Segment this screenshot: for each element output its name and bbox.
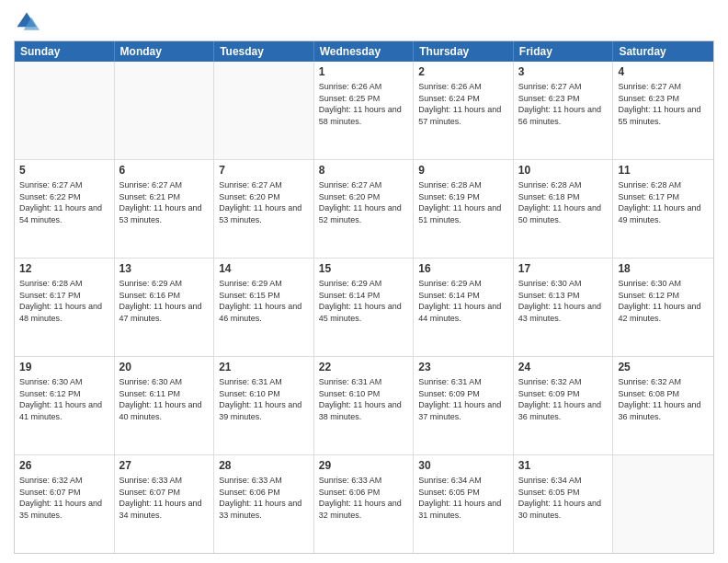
header-cell-monday: Monday bbox=[115, 41, 215, 62]
day-number: 15 bbox=[319, 261, 409, 276]
cell-info: Sunrise: 6:27 AMSunset: 6:21 PMDaylight:… bbox=[119, 179, 210, 225]
calendar-row: 26Sunrise: 6:32 AMSunset: 6:07 PMDayligh… bbox=[15, 455, 713, 553]
day-number: 3 bbox=[518, 64, 609, 79]
table-row: 7Sunrise: 6:27 AMSunset: 6:20 PMDaylight… bbox=[214, 160, 314, 258]
table-row: 13Sunrise: 6:29 AMSunset: 6:16 PMDayligh… bbox=[115, 259, 215, 356]
day-number: 23 bbox=[418, 360, 508, 374]
day-number: 19 bbox=[19, 360, 109, 374]
table-row: 14Sunrise: 6:29 AMSunset: 6:15 PMDayligh… bbox=[214, 259, 314, 356]
day-number: 21 bbox=[219, 360, 309, 374]
cell-info: Sunrise: 6:26 AMSunset: 6:24 PMDaylight:… bbox=[418, 81, 508, 127]
cell-info: Sunrise: 6:29 AMSunset: 6:15 PMDaylight:… bbox=[219, 278, 309, 324]
day-number: 10 bbox=[518, 163, 609, 178]
cell-info: Sunrise: 6:30 AMSunset: 6:12 PMDaylight:… bbox=[19, 376, 109, 422]
day-number: 6 bbox=[119, 163, 210, 178]
day-number: 30 bbox=[418, 458, 508, 473]
day-number: 18 bbox=[618, 261, 709, 276]
cell-info: Sunrise: 6:33 AMSunset: 6:07 PMDaylight:… bbox=[119, 475, 210, 521]
table-row: 4Sunrise: 6:27 AMSunset: 6:23 PMDaylight… bbox=[613, 62, 713, 159]
calendar-row: 19Sunrise: 6:30 AMSunset: 6:12 PMDayligh… bbox=[15, 357, 713, 455]
cell-info: Sunrise: 6:29 AMSunset: 6:16 PMDaylight:… bbox=[119, 278, 210, 324]
calendar-row: 12Sunrise: 6:28 AMSunset: 6:17 PMDayligh… bbox=[15, 259, 713, 357]
calendar-row: 5Sunrise: 6:27 AMSunset: 6:22 PMDaylight… bbox=[15, 160, 713, 259]
day-number: 16 bbox=[418, 261, 508, 276]
logo bbox=[14, 9, 43, 35]
day-number: 20 bbox=[119, 360, 210, 374]
table-row: 23Sunrise: 6:31 AMSunset: 6:09 PMDayligh… bbox=[414, 357, 514, 454]
table-row: 24Sunrise: 6:32 AMSunset: 6:09 PMDayligh… bbox=[514, 357, 614, 454]
table-row: 6Sunrise: 6:27 AMSunset: 6:21 PMDaylight… bbox=[115, 160, 215, 258]
table-row: 30Sunrise: 6:34 AMSunset: 6:05 PMDayligh… bbox=[414, 455, 514, 553]
table-row bbox=[613, 455, 713, 553]
day-number: 31 bbox=[518, 458, 609, 473]
day-number: 1 bbox=[319, 64, 409, 79]
table-row: 31Sunrise: 6:34 AMSunset: 6:05 PMDayligh… bbox=[514, 455, 614, 553]
cell-info: Sunrise: 6:26 AMSunset: 6:25 PMDaylight:… bbox=[319, 81, 409, 127]
table-row: 25Sunrise: 6:32 AMSunset: 6:08 PMDayligh… bbox=[613, 357, 713, 454]
cell-info: Sunrise: 6:30 AMSunset: 6:12 PMDaylight:… bbox=[618, 278, 709, 324]
header-cell-wednesday: Wednesday bbox=[314, 41, 415, 62]
header bbox=[14, 9, 714, 35]
table-row: 21Sunrise: 6:31 AMSunset: 6:10 PMDayligh… bbox=[214, 357, 314, 454]
header-cell-saturday: Saturday bbox=[613, 41, 713, 62]
table-row: 2Sunrise: 6:26 AMSunset: 6:24 PMDaylight… bbox=[414, 62, 514, 159]
cell-info: Sunrise: 6:33 AMSunset: 6:06 PMDaylight:… bbox=[219, 475, 309, 521]
day-number: 2 bbox=[418, 64, 508, 79]
cell-info: Sunrise: 6:27 AMSunset: 6:23 PMDaylight:… bbox=[518, 81, 609, 127]
cell-info: Sunrise: 6:32 AMSunset: 6:07 PMDaylight:… bbox=[19, 475, 109, 521]
table-row: 5Sunrise: 6:27 AMSunset: 6:22 PMDaylight… bbox=[15, 160, 115, 258]
table-row bbox=[15, 62, 115, 159]
day-number: 22 bbox=[319, 360, 409, 374]
table-row: 12Sunrise: 6:28 AMSunset: 6:17 PMDayligh… bbox=[15, 259, 115, 356]
day-number: 5 bbox=[19, 163, 109, 178]
calendar-row: 1Sunrise: 6:26 AMSunset: 6:25 PMDaylight… bbox=[15, 62, 713, 160]
table-row bbox=[214, 62, 314, 159]
cell-info: Sunrise: 6:27 AMSunset: 6:22 PMDaylight:… bbox=[19, 179, 109, 225]
header-cell-friday: Friday bbox=[514, 41, 614, 62]
day-number: 26 bbox=[19, 458, 109, 473]
table-row bbox=[115, 62, 215, 159]
day-number: 27 bbox=[119, 458, 210, 473]
cell-info: Sunrise: 6:28 AMSunset: 6:19 PMDaylight:… bbox=[418, 179, 508, 225]
cell-info: Sunrise: 6:29 AMSunset: 6:14 PMDaylight:… bbox=[319, 278, 409, 324]
header-cell-sunday: Sunday bbox=[15, 41, 115, 62]
table-row: 29Sunrise: 6:33 AMSunset: 6:06 PMDayligh… bbox=[314, 455, 415, 553]
table-row: 3Sunrise: 6:27 AMSunset: 6:23 PMDaylight… bbox=[514, 62, 614, 159]
day-number: 8 bbox=[319, 163, 409, 178]
cell-info: Sunrise: 6:33 AMSunset: 6:06 PMDaylight:… bbox=[319, 475, 409, 521]
table-row: 16Sunrise: 6:29 AMSunset: 6:14 PMDayligh… bbox=[414, 259, 514, 356]
day-number: 14 bbox=[219, 261, 309, 276]
cell-info: Sunrise: 6:27 AMSunset: 6:20 PMDaylight:… bbox=[319, 179, 409, 225]
cell-info: Sunrise: 6:30 AMSunset: 6:11 PMDaylight:… bbox=[119, 376, 210, 422]
day-number: 7 bbox=[219, 163, 309, 178]
cell-info: Sunrise: 6:32 AMSunset: 6:09 PMDaylight:… bbox=[518, 376, 609, 422]
cell-info: Sunrise: 6:27 AMSunset: 6:20 PMDaylight:… bbox=[219, 179, 309, 225]
day-number: 4 bbox=[618, 64, 709, 79]
cell-info: Sunrise: 6:29 AMSunset: 6:14 PMDaylight:… bbox=[418, 278, 508, 324]
cell-info: Sunrise: 6:28 AMSunset: 6:17 PMDaylight:… bbox=[19, 278, 109, 324]
day-number: 9 bbox=[418, 163, 508, 178]
cell-info: Sunrise: 6:27 AMSunset: 6:23 PMDaylight:… bbox=[618, 81, 709, 127]
day-number: 12 bbox=[19, 261, 109, 276]
cell-info: Sunrise: 6:28 AMSunset: 6:17 PMDaylight:… bbox=[618, 179, 709, 225]
table-row: 19Sunrise: 6:30 AMSunset: 6:12 PMDayligh… bbox=[15, 357, 115, 454]
table-row: 15Sunrise: 6:29 AMSunset: 6:14 PMDayligh… bbox=[314, 259, 415, 356]
logo-icon bbox=[14, 9, 40, 35]
page: SundayMondayTuesdayWednesdayThursdayFrid… bbox=[0, 0, 728, 563]
day-number: 28 bbox=[219, 458, 309, 473]
day-number: 24 bbox=[518, 360, 609, 374]
day-number: 25 bbox=[618, 360, 709, 374]
cell-info: Sunrise: 6:32 AMSunset: 6:08 PMDaylight:… bbox=[618, 376, 709, 422]
table-row: 27Sunrise: 6:33 AMSunset: 6:07 PMDayligh… bbox=[115, 455, 215, 553]
day-number: 11 bbox=[618, 163, 709, 178]
calendar-header: SundayMondayTuesdayWednesdayThursdayFrid… bbox=[15, 41, 713, 62]
cell-info: Sunrise: 6:34 AMSunset: 6:05 PMDaylight:… bbox=[418, 475, 508, 521]
day-number: 17 bbox=[518, 261, 609, 276]
table-row: 18Sunrise: 6:30 AMSunset: 6:12 PMDayligh… bbox=[613, 259, 713, 356]
cell-info: Sunrise: 6:34 AMSunset: 6:05 PMDaylight:… bbox=[518, 475, 609, 521]
table-row: 8Sunrise: 6:27 AMSunset: 6:20 PMDaylight… bbox=[314, 160, 415, 258]
table-row: 20Sunrise: 6:30 AMSunset: 6:11 PMDayligh… bbox=[115, 357, 215, 454]
table-row: 17Sunrise: 6:30 AMSunset: 6:13 PMDayligh… bbox=[514, 259, 614, 356]
table-row: 22Sunrise: 6:31 AMSunset: 6:10 PMDayligh… bbox=[314, 357, 415, 454]
day-number: 13 bbox=[119, 261, 210, 276]
